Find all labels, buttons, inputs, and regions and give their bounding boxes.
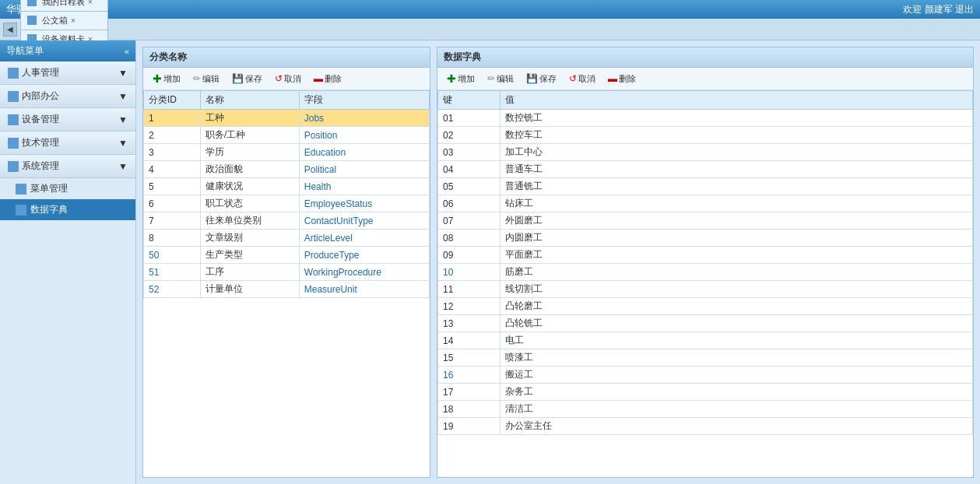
- right-cell-value-6: 外圆磨工: [501, 212, 973, 230]
- left-table-header-row: 分类ID 名称 字段: [144, 91, 430, 110]
- right-cell-key-3: 04: [438, 161, 501, 178]
- sidebar-group-2: 设备管理 ▼: [0, 108, 135, 132]
- sidebar: 导航菜单 « 人事管理 ▼ 内部办公 ▼ 设备管理 ▼ 技术管理 ▼ 系统管理 …: [0, 40, 136, 484]
- right-table-header-row: 键 值: [438, 91, 973, 110]
- sidebar-title: 导航菜单: [6, 44, 44, 58]
- right-cell-key-18: 19: [438, 418, 501, 435]
- left-table: 分类ID 名称 字段 1 工种 Jobs2 职务/工种 Position3 学历…: [143, 90, 430, 298]
- group-chevron-3: ▼: [118, 138, 128, 149]
- right-table-row-7[interactable]: 08 内圆磨工: [438, 230, 973, 247]
- right-toolbar: ✚ 增加 ✏ 编辑 💾 保存 ↺ 取消: [437, 68, 973, 90]
- tab-close-4[interactable]: ×: [71, 16, 76, 25]
- right-table-row-9[interactable]: 10 筋磨工: [438, 264, 973, 281]
- group-chevron-4: ▼: [118, 161, 128, 172]
- left-table-row-1[interactable]: 2 职务/工种 Position: [144, 127, 430, 144]
- right-table-row-11[interactable]: 12 凸轮磨工: [438, 298, 973, 315]
- right-delete-btn[interactable]: ▬ 删除: [603, 72, 641, 86]
- left-cell-id-1: 2: [144, 127, 201, 144]
- right-table: 键 值 01 数控铣工02 数控车工03 加工中心04 普通车工05 普通铣工0…: [437, 90, 973, 435]
- left-table-row-4[interactable]: 5 健康状况 Health: [144, 178, 430, 195]
- sidebar-item-1[interactable]: 数据字典: [0, 199, 135, 220]
- tab-3[interactable]: 我的日程表 ×: [20, 0, 108, 11]
- right-cell-value-10: 线切割工: [501, 281, 973, 298]
- sidebar-group-header-3[interactable]: 技术管理 ▼: [0, 132, 135, 154]
- left-cell-field-3: Political: [299, 161, 429, 178]
- right-table-row-10[interactable]: 11 线切割工: [438, 281, 973, 298]
- right-cell-value-3: 普通车工: [501, 161, 973, 178]
- left-table-row-0[interactable]: 1 工种 Jobs: [144, 110, 430, 127]
- right-table-row-18[interactable]: 19 办公室主任: [438, 418, 973, 435]
- sidebar-item-icon-0: [16, 184, 26, 195]
- right-table-row-17[interactable]: 18 清洁工: [438, 401, 973, 418]
- right-table-row-5[interactable]: 06 钻床工: [438, 195, 973, 212]
- left-cell-id-5: 6: [144, 195, 201, 212]
- sidebar-group-header-1[interactable]: 内部办公 ▼: [0, 85, 135, 107]
- left-table-row-2[interactable]: 3 学历 Education: [144, 144, 430, 161]
- left-table-row-9[interactable]: 51 工序 WorkingProcedure: [144, 264, 430, 281]
- right-cell-value-9: 筋磨工: [501, 264, 973, 281]
- right-table-row-14[interactable]: 15 喷漆工: [438, 349, 973, 367]
- right-cell-key-2: 03: [438, 144, 501, 161]
- tab-4[interactable]: 公文箱 ×: [20, 11, 108, 30]
- right-table-row-2[interactable]: 03 加工中心: [438, 144, 973, 161]
- left-panel: 分类名称 ✚ 增加 ✏ 编辑 💾 保存 ↺: [142, 47, 430, 478]
- right-save-btn[interactable]: 💾 保存: [522, 72, 561, 86]
- right-table-row-0[interactable]: 01 数控铣工: [438, 110, 973, 127]
- right-cell-value-4: 普通铣工: [501, 178, 973, 195]
- right-cell-key-15: 16: [438, 367, 501, 384]
- right-cell-key-6: 07: [438, 212, 501, 230]
- right-table-row-6[interactable]: 07 外圆磨工: [438, 212, 973, 230]
- left-save-btn[interactable]: 💾 保存: [227, 72, 267, 86]
- left-cell-id-3: 4: [144, 161, 201, 178]
- left-table-row-8[interactable]: 50 生产类型 ProduceType: [144, 247, 430, 264]
- right-cell-key-10: 11: [438, 281, 501, 298]
- left-edit-btn[interactable]: ✏ 编辑: [188, 72, 224, 86]
- tabbar: ◀ 部门管理 ×往来单位管理 ×往来记录单 ×我的日程表 ×公文箱 ×设备资料卡…: [0, 19, 980, 40]
- left-table-row-3[interactable]: 4 政治面貌 Political: [144, 161, 430, 178]
- sidebar-collapse-btn[interactable]: «: [125, 47, 129, 56]
- sidebar-group-header-4[interactable]: 系统管理 ▼: [0, 155, 135, 177]
- left-cell-id-9: 51: [144, 264, 201, 281]
- left-table-row-10[interactable]: 52 计量单位 MeasureUnit: [144, 281, 430, 298]
- sidebar-item-0[interactable]: 菜单管理: [0, 178, 135, 199]
- right-table-row-4[interactable]: 05 普通铣工: [438, 178, 973, 195]
- right-table-row-12[interactable]: 13 凸轮铣工: [438, 315, 973, 332]
- tab-icon-3: [27, 0, 37, 6]
- group-chevron-0: ▼: [118, 68, 128, 79]
- right-cell-value-14: 喷漆工: [501, 349, 973, 367]
- right-table-row-15[interactable]: 16 搬运工: [438, 367, 973, 384]
- left-cancel-btn[interactable]: ↺ 取消: [270, 72, 306, 86]
- col-name: 名称: [201, 91, 300, 110]
- left-table-row-6[interactable]: 7 往来单位类别 ContactUnitType: [144, 212, 430, 230]
- right-table-row-8[interactable]: 09 平面磨工: [438, 247, 973, 264]
- sidebar-group-4: 系统管理 ▼: [0, 155, 135, 178]
- right-cell-key-11: 12: [438, 298, 501, 315]
- left-cell-field-1: Position: [299, 127, 429, 144]
- right-cell-key-9: 10: [438, 264, 501, 281]
- left-table-row-7[interactable]: 8 文章级别 ArticleLevel: [144, 230, 430, 247]
- right-table-row-3[interactable]: 04 普通车工: [438, 161, 973, 178]
- right-cancel-btn[interactable]: ↺ 取消: [564, 72, 600, 86]
- edit-icon2: ✏: [487, 73, 495, 84]
- tab-close-3[interactable]: ×: [88, 0, 93, 6]
- right-add-btn[interactable]: ✚ 增加: [442, 71, 479, 86]
- left-add-btn[interactable]: ✚ 增加: [148, 71, 185, 86]
- right-edit-btn[interactable]: ✏ 编辑: [483, 72, 518, 86]
- tab-icon-4: [27, 16, 37, 25]
- left-cell-name-5: 职工状态: [201, 195, 300, 212]
- sidebar-group-header-2[interactable]: 设备管理 ▼: [0, 108, 135, 131]
- right-table-row-1[interactable]: 02 数控车工: [438, 127, 973, 144]
- content-area: 导航菜单 « 人事管理 ▼ 内部办公 ▼ 设备管理 ▼ 技术管理 ▼ 系统管理 …: [0, 40, 980, 484]
- tab-prev-btn[interactable]: ◀: [3, 23, 17, 37]
- left-cell-field-9: WorkingProcedure: [299, 264, 429, 281]
- right-table-row-16[interactable]: 17 杂务工: [438, 384, 973, 401]
- right-cell-key-1: 02: [438, 127, 501, 144]
- sidebar-group-header-0[interactable]: 人事管理 ▼: [0, 61, 135, 84]
- right-cell-key-12: 13: [438, 315, 501, 332]
- left-table-body: 1 工种 Jobs2 职务/工种 Position3 学历 Education4…: [144, 110, 430, 298]
- left-delete-btn[interactable]: ▬ 删除: [309, 72, 346, 86]
- sidebar-group-3: 技术管理 ▼: [0, 132, 135, 155]
- left-cell-field-5: EmployeeStatus: [299, 195, 429, 212]
- right-table-row-13[interactable]: 14 电工: [438, 332, 973, 349]
- left-table-row-5[interactable]: 6 职工状态 EmployeeStatus: [144, 195, 430, 212]
